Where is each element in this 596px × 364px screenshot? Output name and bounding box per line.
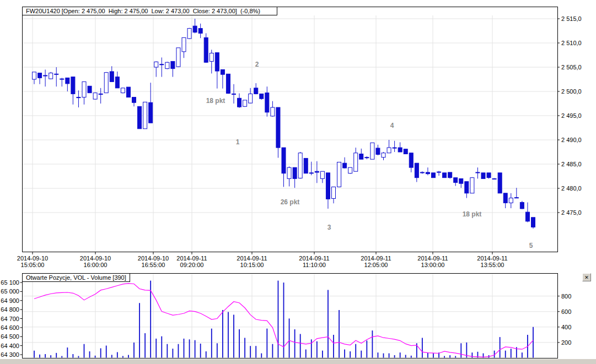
candle-body xyxy=(198,29,202,34)
candle-body xyxy=(71,77,75,94)
price-axis: 2 515,02 510,02 505,02 500,02 495,02 490… xyxy=(558,15,582,216)
y-tick-label: 2 515,0 xyxy=(561,15,582,22)
oi-tick-label: 64 800 xyxy=(1,306,19,313)
candle-body xyxy=(487,173,491,178)
candle-body xyxy=(371,143,374,159)
candle-body xyxy=(298,153,302,178)
annotation-label: 3 xyxy=(327,224,331,231)
oi-tick-label: 64 600 xyxy=(1,324,19,331)
candle-body xyxy=(337,162,341,187)
annotation-label: 18 pkt xyxy=(206,97,225,105)
y-tick-label: 2 500,0 xyxy=(561,88,582,95)
candle-body xyxy=(382,153,385,157)
time-axis-label: 2014-09-1111:10:00 xyxy=(288,255,341,268)
candle-body xyxy=(354,153,358,171)
candle-body xyxy=(376,148,380,154)
y-tick-label: 2 475,0 xyxy=(561,209,582,216)
candle-body xyxy=(260,94,264,99)
candle-body xyxy=(437,172,441,172)
candle-body xyxy=(165,62,169,68)
candle-body xyxy=(387,148,391,153)
oi-tick-label: 64 900 xyxy=(1,297,19,304)
candle-body xyxy=(465,182,469,193)
volume-panel-gridlines xyxy=(23,274,557,358)
candle-body xyxy=(454,178,458,183)
annotation-label: 4 xyxy=(390,122,394,129)
annotation-label: 2 xyxy=(255,61,259,68)
candle-body xyxy=(265,93,269,112)
candle-body xyxy=(254,88,258,94)
candle-body xyxy=(66,78,69,84)
charting-app-window: 218 pkt126 pkt3418 pkt5 2 515,02 510,02 … xyxy=(0,0,596,364)
candle-body xyxy=(271,107,275,116)
candle-body xyxy=(359,154,363,160)
candle-body xyxy=(132,97,136,103)
candle-body xyxy=(104,73,108,93)
candle-body xyxy=(77,97,80,98)
volume-tick-label: 600 xyxy=(561,308,571,315)
candle-body xyxy=(115,77,119,88)
volume-bars xyxy=(34,281,533,358)
candle-body xyxy=(121,88,125,93)
candle-body xyxy=(520,203,524,209)
candle-body xyxy=(49,73,53,79)
y-tick-label: 2 495,0 xyxy=(561,112,582,119)
candle-body xyxy=(215,53,219,71)
candle-body xyxy=(82,82,86,97)
candle-body xyxy=(365,157,369,158)
candle-body xyxy=(393,148,396,148)
candle-body xyxy=(448,172,452,178)
close-pane-button[interactable]: ✕ xyxy=(582,273,591,281)
candle-body xyxy=(432,173,436,178)
candle-body xyxy=(149,102,153,123)
candle-body xyxy=(343,163,347,168)
volume-panel-title: Otwarte Pozycje, VOL - Volume [390] xyxy=(22,273,130,282)
candle-body xyxy=(143,102,147,128)
candle-body xyxy=(249,94,253,103)
time-axis-ticks xyxy=(33,252,492,255)
candle-body xyxy=(226,74,230,93)
candle-body xyxy=(171,61,175,68)
candle-body xyxy=(193,26,197,32)
candle-body xyxy=(238,98,241,107)
candle-body xyxy=(409,153,413,167)
candle-body xyxy=(459,178,463,183)
candle-body xyxy=(309,173,313,173)
time-axis-label: 2014-09-1016:00:00 xyxy=(69,255,122,268)
annotation-label: 1 xyxy=(236,138,240,146)
candle-body xyxy=(415,163,418,177)
y-tick-label: 2 480,0 xyxy=(561,185,582,192)
candle-body xyxy=(476,172,480,173)
candle-body xyxy=(33,72,36,79)
time-axis-label: 2014-09-1113:55:00 xyxy=(466,255,519,268)
candle-body xyxy=(243,100,247,106)
candle-body xyxy=(282,148,286,173)
candle-body xyxy=(93,93,97,99)
candle-body xyxy=(182,37,186,52)
candle-body xyxy=(176,48,180,67)
candle-body xyxy=(525,212,529,221)
candle-body xyxy=(509,198,513,203)
volume-panel-border xyxy=(23,274,558,358)
candle-body xyxy=(60,79,64,79)
volume-tick-label: 400 xyxy=(561,324,571,330)
y-tick-label: 2 485,0 xyxy=(561,161,582,167)
candle-body xyxy=(443,173,447,178)
candle-body xyxy=(154,62,158,67)
candle-body xyxy=(126,87,130,97)
oi-tick-label: 65 100 xyxy=(1,279,19,286)
candle-body xyxy=(138,106,142,128)
chart-canvas: 218 pkt126 pkt3418 pkt5 2 515,02 510,02 … xyxy=(0,0,596,364)
candle-body xyxy=(492,178,496,179)
candle-body xyxy=(315,171,319,172)
candle-body xyxy=(110,72,114,82)
candle-body xyxy=(503,193,507,203)
close-icon: ✕ xyxy=(584,275,589,280)
window-bottom-strip xyxy=(0,359,596,364)
y-tick-label: 2 510,0 xyxy=(561,40,582,46)
candle-body xyxy=(221,69,224,74)
price-panel-title: FW20U1420 [Open: 2 475,00 High: 2 475,00… xyxy=(26,8,260,15)
candle-body xyxy=(320,171,324,178)
candle-body xyxy=(232,94,236,94)
oi-tick-label: 64 500 xyxy=(1,333,19,340)
